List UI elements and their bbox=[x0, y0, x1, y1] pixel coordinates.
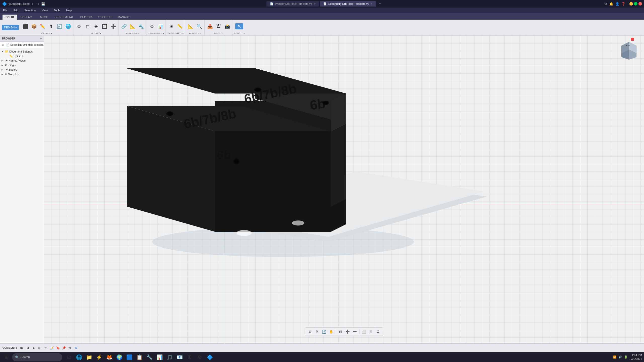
menu-view[interactable]: View bbox=[41, 8, 49, 12]
tab-mesh[interactable]: MESH bbox=[37, 15, 51, 20]
taskbar-app-firefox[interactable]: 🦊 bbox=[105, 353, 114, 362]
btn-fillet[interactable]: ◻ bbox=[84, 23, 92, 29]
tab-primary-close[interactable]: ✕ bbox=[314, 3, 316, 5]
btn-interference[interactable]: 🔍 bbox=[195, 23, 203, 29]
tab-utilities[interactable]: UTILITIES bbox=[95, 15, 114, 20]
btn-create-form[interactable]: 📦 bbox=[30, 23, 38, 29]
tab-solid[interactable]: SOLID bbox=[3, 15, 17, 20]
btn-insert[interactable]: 📤 bbox=[206, 23, 214, 29]
vp-btn-grid[interactable]: ⊞ bbox=[368, 329, 374, 335]
minimize-button[interactable] bbox=[629, 2, 633, 6]
tab-sheet-metal[interactable]: SHEET METAL bbox=[52, 15, 76, 20]
vp-btn-zoom-in[interactable]: ➕ bbox=[345, 329, 351, 335]
menu-selection[interactable]: Selection bbox=[23, 8, 37, 12]
comment-prev-btn[interactable]: ◀ bbox=[25, 345, 30, 350]
tab-surface[interactable]: SURFACE bbox=[18, 15, 37, 20]
taskbar-app-edge[interactable]: 🌐 bbox=[74, 353, 84, 362]
menu-help[interactable]: Help bbox=[65, 8, 73, 12]
start-button[interactable]: ⊞ bbox=[2, 353, 11, 362]
taskbar-app-tools[interactable]: 🔧 bbox=[145, 353, 154, 362]
battery-icon[interactable]: 🔋 bbox=[624, 355, 628, 359]
save-btn[interactable]: 💾 bbox=[41, 2, 45, 6]
vp-btn-snap[interactable]: ⊕ bbox=[307, 329, 313, 335]
viewport[interactable]: 6b/7b/8b 6b/7b/8b 6b 6b bbox=[44, 36, 644, 343]
comment-bookmark-btn[interactable]: 🔖 bbox=[55, 345, 60, 350]
btn-shell[interactable]: 🔲 bbox=[101, 23, 109, 29]
tree-document-settings[interactable]: ▼ 📁 Document Settings bbox=[0, 49, 44, 54]
tab-manage[interactable]: MANAGE bbox=[115, 15, 133, 20]
network-icon[interactable]: 📶 bbox=[613, 355, 617, 359]
expand-all-icon[interactable]: ⊞ bbox=[2, 43, 4, 46]
taskbar-app-calendar[interactable]: 🗓 bbox=[185, 353, 194, 362]
btn-create-more[interactable]: 🌐 bbox=[64, 23, 72, 29]
btn-new-component[interactable]: ⬛ bbox=[21, 23, 29, 30]
comment-edit-btn[interactable]: ✏ bbox=[43, 345, 48, 350]
btn-measure[interactable]: 📐 bbox=[187, 23, 195, 29]
tree-origin[interactable]: ▶ 👁 Origin bbox=[0, 63, 44, 67]
taskbar-app-settings[interactable]: ⚙ bbox=[195, 353, 204, 362]
taskbar-app-files[interactable]: 🗂 bbox=[64, 353, 73, 362]
btn-select[interactable]: ↖ bbox=[235, 23, 243, 29]
comment-delete-btn[interactable]: 🗑 bbox=[67, 345, 72, 350]
btn-revolve[interactable]: 🔄 bbox=[56, 23, 64, 29]
btn-asbuilt[interactable]: 📐 bbox=[129, 23, 137, 29]
btn-plane[interactable]: ⊞ bbox=[167, 23, 175, 29]
taskbar-search[interactable]: 🔍 Search bbox=[12, 353, 62, 361]
tab-secondary-close[interactable]: ✕ bbox=[371, 3, 373, 5]
tree-units[interactable]: 📏 Units: in bbox=[0, 54, 44, 58]
tree-bodies[interactable]: ▶ 👁 Bodies bbox=[0, 67, 44, 72]
taskbar-app-music[interactable]: 🎵 bbox=[165, 353, 174, 362]
tab-plastic[interactable]: PLASTIC bbox=[77, 15, 95, 20]
btn-decal[interactable]: 📸 bbox=[223, 23, 231, 29]
taskbar-app-terminal[interactable]: ⚡ bbox=[95, 353, 104, 362]
btn-joint[interactable]: 🔗 bbox=[120, 23, 128, 29]
taskbar-app-explorer[interactable]: 📁 bbox=[85, 353, 94, 362]
vp-btn-display[interactable]: ⬜ bbox=[361, 329, 367, 335]
volume-icon[interactable]: 🔊 bbox=[619, 355, 622, 359]
btn-configuration[interactable]: 📊 bbox=[156, 23, 165, 29]
btn-chamfer[interactable]: ◈ bbox=[92, 23, 100, 29]
settings-icon[interactable]: ⚙ bbox=[604, 2, 607, 6]
tree-named-views[interactable]: ▶ 👁 Named Views bbox=[0, 58, 44, 63]
btn-press-pull[interactable]: ⚙ bbox=[75, 23, 83, 29]
taskbar-app-chrome[interactable]: 🌍 bbox=[115, 353, 124, 362]
nav-cube[interactable]: TOP ↓ bbox=[619, 41, 639, 61]
new-tab-btn[interactable]: + bbox=[377, 2, 383, 6]
tree-sketches[interactable]: ▶ ✏ Sketches bbox=[0, 72, 44, 76]
browser-tab-item[interactable]: 📄 Secondary Drill Hole Templat... bbox=[5, 43, 46, 47]
comment-pin-btn[interactable]: 📌 bbox=[61, 345, 66, 350]
menu-edit[interactable]: Edit bbox=[13, 8, 19, 12]
btn-motion[interactable]: 🔩 bbox=[137, 23, 145, 29]
btn-offset-plane[interactable]: 📏 bbox=[176, 23, 184, 29]
vp-btn-orbit[interactable]: 🔄 bbox=[321, 329, 327, 335]
comment-play-btn[interactable]: ▶ bbox=[31, 345, 36, 350]
help-icon[interactable]: ❓ bbox=[621, 2, 625, 6]
undo-btn[interactable]: ↩ bbox=[32, 2, 34, 6]
btn-sketch[interactable]: ✏️ bbox=[38, 23, 47, 29]
comment-note-btn[interactable]: 📝 bbox=[49, 345, 54, 350]
notifications-icon[interactable]: 🔔 bbox=[609, 2, 613, 6]
taskbar-app-teams[interactable]: 🟦 bbox=[125, 353, 134, 362]
vp-btn-pan[interactable]: ✋ bbox=[328, 329, 334, 335]
tab-primary[interactable]: 📄 Primary Drill Hole Template v8 ✕ bbox=[266, 1, 319, 7]
taskbar-clock[interactable]: 1:44 PM 8/25/2021 bbox=[630, 353, 642, 361]
btn-canvas[interactable]: 🖼 bbox=[215, 23, 223, 29]
vp-btn-zoom-fit[interactable]: ⊡ bbox=[338, 329, 344, 335]
taskbar-app-notes[interactable]: 📋 bbox=[135, 353, 144, 362]
menu-tools[interactable]: Tools bbox=[53, 8, 61, 12]
taskbar-app-mail[interactable]: 📧 bbox=[175, 353, 184, 362]
redo-btn[interactable]: ↪ bbox=[36, 2, 39, 6]
btn-combine[interactable]: ➕ bbox=[109, 23, 117, 29]
maximize-button[interactable] bbox=[634, 2, 637, 6]
taskbar-app-excel[interactable]: 📊 bbox=[155, 353, 164, 362]
comment-first-btn[interactable]: ⏮ bbox=[19, 345, 24, 350]
btn-extrude[interactable]: ⬆ bbox=[47, 23, 55, 29]
design-dropdown[interactable]: DESIGN ▾ bbox=[2, 25, 19, 30]
browser-collapse-btn[interactable]: « bbox=[40, 37, 42, 40]
vp-btn-cursor[interactable]: 🖱 bbox=[314, 329, 320, 335]
vp-btn-zoom-out[interactable]: ➖ bbox=[352, 329, 358, 335]
vp-btn-settings[interactable]: ⚙ bbox=[375, 329, 381, 335]
tab-secondary[interactable]: 📄 Secondary Drill Hole Template v2 ✕ bbox=[320, 1, 376, 7]
comment-last-btn[interactable]: ⏭ bbox=[37, 345, 42, 350]
menu-file[interactable]: File bbox=[2, 8, 9, 12]
